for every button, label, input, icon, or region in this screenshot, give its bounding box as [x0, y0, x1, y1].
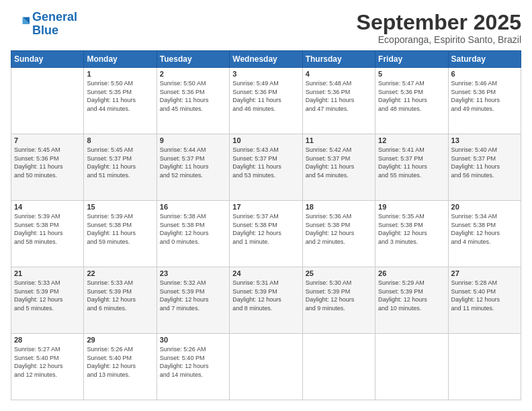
calendar-cell: 28Sunrise: 5:27 AMSunset: 5:40 PMDayligh…: [11, 334, 84, 400]
calendar-week-row: 1Sunrise: 5:50 AMSunset: 5:35 PMDaylight…: [11, 68, 521, 134]
day-number: 29: [87, 336, 153, 344]
day-number: 19: [378, 203, 445, 211]
title-block: September 2025 Ecoporanga, Espirito Sant…: [357, 11, 521, 45]
day-number: 9: [160, 136, 226, 144]
calendar-cell: 19Sunrise: 5:35 AMSunset: 5:38 PMDayligh…: [375, 201, 448, 267]
calendar-cell: 9Sunrise: 5:44 AMSunset: 5:37 PMDaylight…: [157, 134, 229, 201]
calendar-cell: 10Sunrise: 5:43 AMSunset: 5:37 PMDayligh…: [230, 134, 302, 201]
calendar-header-saturday: Saturday: [448, 51, 521, 68]
calendar-cell: [302, 334, 375, 400]
day-number: 1: [87, 70, 153, 78]
day-number: 10: [232, 136, 299, 144]
day-info: Sunrise: 5:32 AMSunset: 5:39 PMDaylight:…: [160, 279, 226, 312]
day-number: 20: [451, 203, 518, 211]
calendar-header-tuesday: Tuesday: [157, 51, 229, 68]
calendar-header-wednesday: Wednesday: [230, 51, 302, 68]
day-info: Sunrise: 5:43 AMSunset: 5:37 PMDaylight:…: [232, 146, 299, 179]
calendar-cell: 1Sunrise: 5:50 AMSunset: 5:35 PMDaylight…: [84, 68, 157, 134]
day-info: Sunrise: 5:49 AMSunset: 5:36 PMDaylight:…: [232, 79, 299, 113]
logo-line2: Blue: [32, 24, 58, 37]
calendar-cell: 30Sunrise: 5:26 AMSunset: 5:40 PMDayligh…: [157, 334, 229, 400]
calendar-cell: [448, 334, 521, 400]
day-number: 26: [378, 269, 445, 277]
day-info: Sunrise: 5:35 AMSunset: 5:38 PMDaylight:…: [378, 212, 445, 246]
day-number: 4: [306, 70, 372, 78]
calendar-cell: [375, 334, 448, 400]
location: Ecoporanga, Espirito Santo, Brazil: [357, 34, 521, 45]
day-info: Sunrise: 5:26 AMSunset: 5:40 PMDaylight:…: [87, 345, 153, 379]
calendar-cell: 29Sunrise: 5:26 AMSunset: 5:40 PMDayligh…: [84, 334, 157, 400]
day-number: 5: [378, 70, 445, 78]
day-info: Sunrise: 5:42 AMSunset: 5:37 PMDaylight:…: [306, 146, 372, 179]
day-number: 11: [306, 136, 372, 144]
day-number: 17: [232, 203, 299, 211]
calendar-cell: 15Sunrise: 5:39 AMSunset: 5:38 PMDayligh…: [84, 201, 157, 267]
day-info: Sunrise: 5:28 AMSunset: 5:40 PMDaylight:…: [451, 279, 518, 312]
calendar-cell: 25Sunrise: 5:30 AMSunset: 5:39 PMDayligh…: [302, 267, 375, 334]
day-number: 12: [378, 136, 445, 144]
logo-icon: [11, 15, 30, 34]
calendar-cell: 16Sunrise: 5:38 AMSunset: 5:38 PMDayligh…: [157, 201, 229, 267]
calendar-cell: 18Sunrise: 5:36 AMSunset: 5:38 PMDayligh…: [302, 201, 375, 267]
calendar-cell: 8Sunrise: 5:45 AMSunset: 5:37 PMDaylight…: [84, 134, 157, 201]
day-info: Sunrise: 5:33 AMSunset: 5:39 PMDaylight:…: [87, 279, 153, 312]
day-info: Sunrise: 5:26 AMSunset: 5:40 PMDaylight:…: [160, 345, 226, 379]
day-info: Sunrise: 5:27 AMSunset: 5:40 PMDaylight:…: [14, 345, 81, 379]
calendar-cell: 20Sunrise: 5:34 AMSunset: 5:38 PMDayligh…: [448, 201, 521, 267]
calendar-cell: 26Sunrise: 5:29 AMSunset: 5:39 PMDayligh…: [375, 267, 448, 334]
day-info: Sunrise: 5:44 AMSunset: 5:37 PMDaylight:…: [160, 146, 226, 179]
calendar-cell: 5Sunrise: 5:47 AMSunset: 5:36 PMDaylight…: [375, 68, 448, 134]
day-info: Sunrise: 5:33 AMSunset: 5:39 PMDaylight:…: [14, 279, 81, 312]
calendar-cell: 11Sunrise: 5:42 AMSunset: 5:37 PMDayligh…: [302, 134, 375, 201]
day-number: 6: [451, 70, 518, 78]
calendar-cell: 7Sunrise: 5:45 AMSunset: 5:36 PMDaylight…: [11, 134, 84, 201]
day-info: Sunrise: 5:31 AMSunset: 5:39 PMDaylight:…: [232, 279, 299, 312]
calendar-cell: 3Sunrise: 5:49 AMSunset: 5:36 PMDaylight…: [230, 68, 302, 134]
logo: General Blue: [11, 11, 77, 38]
logo-line1: General: [32, 10, 77, 24]
calendar-cell: 17Sunrise: 5:37 AMSunset: 5:38 PMDayligh…: [230, 201, 302, 267]
calendar-header-row: SundayMondayTuesdayWednesdayThursdayFrid…: [11, 51, 521, 68]
day-number: 25: [306, 269, 372, 277]
calendar-header-monday: Monday: [84, 51, 157, 68]
calendar-cell: [230, 334, 302, 400]
calendar-cell: 21Sunrise: 5:33 AMSunset: 5:39 PMDayligh…: [11, 267, 84, 334]
calendar-header-sunday: Sunday: [11, 51, 84, 68]
month-title: September 2025: [357, 11, 521, 34]
day-info: Sunrise: 5:45 AMSunset: 5:36 PMDaylight:…: [14, 146, 81, 179]
calendar-week-row: 7Sunrise: 5:45 AMSunset: 5:36 PMDaylight…: [11, 134, 521, 201]
day-number: 7: [14, 136, 81, 144]
day-number: 23: [160, 269, 226, 277]
day-number: 16: [160, 203, 226, 211]
day-info: Sunrise: 5:37 AMSunset: 5:38 PMDaylight:…: [232, 212, 299, 246]
header: General Blue September 2025 Ecoporanga, …: [11, 11, 521, 45]
calendar-table: SundayMondayTuesdayWednesdayThursdayFrid…: [11, 50, 521, 400]
calendar-header-friday: Friday: [375, 51, 448, 68]
day-number: 8: [87, 136, 153, 144]
day-info: Sunrise: 5:36 AMSunset: 5:38 PMDaylight:…: [306, 212, 372, 246]
day-number: 18: [306, 203, 372, 211]
day-info: Sunrise: 5:46 AMSunset: 5:36 PMDaylight:…: [451, 79, 518, 113]
day-number: 3: [232, 70, 299, 78]
day-info: Sunrise: 5:29 AMSunset: 5:39 PMDaylight:…: [378, 279, 445, 312]
day-number: 13: [451, 136, 518, 144]
day-number: 15: [87, 203, 153, 211]
page: General Blue September 2025 Ecoporanga, …: [0, 0, 532, 411]
logo-text: General Blue: [32, 11, 77, 38]
day-info: Sunrise: 5:38 AMSunset: 5:38 PMDaylight:…: [160, 212, 226, 246]
day-number: 21: [14, 269, 81, 277]
day-info: Sunrise: 5:41 AMSunset: 5:37 PMDaylight:…: [378, 146, 445, 179]
day-info: Sunrise: 5:50 AMSunset: 5:36 PMDaylight:…: [160, 79, 226, 113]
day-info: Sunrise: 5:48 AMSunset: 5:36 PMDaylight:…: [306, 79, 372, 113]
calendar-cell: 13Sunrise: 5:40 AMSunset: 5:37 PMDayligh…: [448, 134, 521, 201]
day-number: 24: [232, 269, 299, 277]
day-number: 14: [14, 203, 81, 211]
day-number: 28: [14, 336, 81, 344]
calendar-week-row: 14Sunrise: 5:39 AMSunset: 5:38 PMDayligh…: [11, 201, 521, 267]
day-info: Sunrise: 5:40 AMSunset: 5:37 PMDaylight:…: [451, 146, 518, 179]
calendar-cell: 23Sunrise: 5:32 AMSunset: 5:39 PMDayligh…: [157, 267, 229, 334]
calendar-cell: 12Sunrise: 5:41 AMSunset: 5:37 PMDayligh…: [375, 134, 448, 201]
day-number: 30: [160, 336, 226, 344]
calendar-cell: 24Sunrise: 5:31 AMSunset: 5:39 PMDayligh…: [230, 267, 302, 334]
day-info: Sunrise: 5:50 AMSunset: 5:35 PMDaylight:…: [87, 79, 153, 113]
